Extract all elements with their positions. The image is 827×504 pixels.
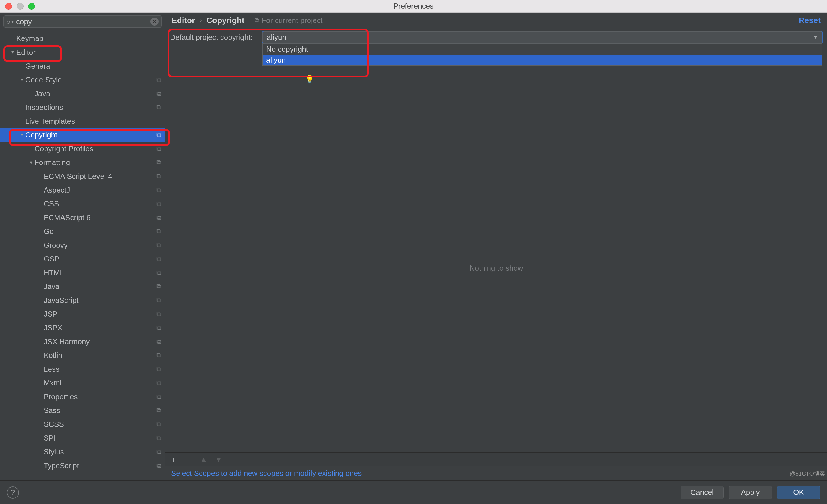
chevron-down-icon: ▼	[813, 35, 818, 41]
lightbulb-icon[interactable]: 💡	[305, 75, 822, 84]
tree-item-code-style[interactable]: Code Style⧉	[0, 73, 165, 87]
tree-item-html[interactable]: HTML⧉	[0, 266, 165, 280]
ok-button[interactable]: OK	[777, 486, 820, 499]
tree-item-groovy[interactable]: Groovy⧉	[0, 238, 165, 252]
tree-item-copyright[interactable]: Copyright⧉	[0, 128, 165, 142]
tree-item-inspections[interactable]: Inspections⧉	[0, 100, 165, 114]
tree-item-spi[interactable]: SPI⧉	[0, 431, 165, 445]
tree-item-label: Less	[44, 365, 156, 374]
tree-item-formatting[interactable]: Formatting⧉	[0, 156, 165, 169]
cancel-button[interactable]: Cancel	[681, 486, 724, 499]
help-button[interactable]: ?	[7, 487, 19, 499]
breadcrumb-separator-icon: ›	[200, 16, 202, 24]
settings-tree[interactable]: KeymapEditor GeneralCode Style⧉ Java⧉ In…	[0, 31, 165, 481]
tree-item-label: Inspections	[25, 103, 156, 112]
tree-item-jsp[interactable]: JSP⧉	[0, 307, 165, 321]
tree-item-jsx-harmony[interactable]: JSX Harmony⧉	[0, 335, 165, 348]
combo-option-aliyun[interactable]: aliyun	[263, 55, 822, 65]
tree-item-label: CSS	[44, 199, 156, 208]
tree-item-editor[interactable]: Editor	[0, 45, 165, 59]
arrow-icon	[28, 159, 35, 166]
combo-dropdown[interactable]: No copyrightaliyun	[262, 43, 822, 66]
tree-item-label: Copyright Profiles	[35, 144, 156, 153]
profile-scope-icon: ⧉	[156, 200, 161, 207]
arrow-icon	[37, 187, 44, 193]
tree-item-javascript[interactable]: JavaScript⧉	[0, 293, 165, 307]
tree-item-jspx[interactable]: JSPX⧉	[0, 321, 165, 335]
profile-scope-icon: ⧉	[156, 462, 161, 469]
arrow-icon	[37, 242, 44, 248]
tree-item-mxml[interactable]: Mxml⧉	[0, 376, 165, 390]
preferences-window: Preferences ⌕ ▾ ✕ KeymapEditor GeneralCo…	[0, 0, 827, 504]
arrow-icon	[18, 104, 25, 110]
profile-scope-icon: ⧉	[156, 283, 161, 290]
tree-item-sass[interactable]: Sass⧉	[0, 404, 165, 417]
breadcrumb-root[interactable]: Editor	[172, 16, 195, 25]
copy-icon: ⧉	[255, 17, 259, 24]
arrow-icon	[37, 297, 44, 303]
titlebar: Preferences	[0, 0, 827, 13]
profile-scope-icon: ⧉	[156, 228, 161, 235]
tree-item-keymap[interactable]: Keymap	[0, 32, 165, 45]
profile-scope-icon: ⧉	[156, 90, 161, 97]
profile-scope-icon: ⧉	[156, 448, 161, 455]
tree-item-stylus[interactable]: Stylus⧉	[0, 445, 165, 459]
tree-item-typescript[interactable]: TypeScript⧉	[0, 459, 165, 472]
tree-item-live-templates[interactable]: Live Templates	[0, 114, 165, 128]
tree-item-label: ECMA Script Level 4	[44, 172, 156, 181]
tree-item-label: ECMAScript 6	[44, 213, 156, 222]
combo-option-no-copyright[interactable]: No copyright	[263, 44, 822, 55]
tree-item-label: SPI	[44, 434, 156, 443]
tree-item-scss[interactable]: SCSS⧉	[0, 417, 165, 431]
tree-item-ecmascript-6[interactable]: ECMAScript 6⧉	[0, 211, 165, 224]
tree-item-label: Formatting	[35, 158, 156, 167]
arrow-icon	[37, 173, 44, 180]
profile-scope-icon: ⧉	[156, 104, 161, 111]
tree-item-label: Go	[44, 227, 156, 236]
arrow-icon	[37, 270, 44, 276]
tree-item-ecma-script-level-4[interactable]: ECMA Script Level 4⧉	[0, 169, 165, 183]
arrow-icon	[37, 380, 44, 386]
reset-button[interactable]: Reset	[799, 16, 821, 25]
tree-item-copyright-profiles[interactable]: Copyright Profiles⧉	[0, 142, 165, 156]
tree-item-less[interactable]: Less⧉	[0, 362, 165, 376]
tree-item-label: SCSS	[44, 420, 156, 429]
arrow-icon	[37, 435, 44, 441]
tree-item-label: Editor	[16, 48, 161, 57]
profile-scope-icon: ⧉	[156, 407, 161, 414]
arrow-icon	[28, 146, 35, 152]
clear-search-icon[interactable]: ✕	[150, 17, 158, 26]
default-copyright-combo[interactable]: aliyun ▼ No copyrightaliyun	[262, 31, 822, 43]
profile-scope-icon: ⧉	[156, 297, 161, 304]
profile-scope-icon: ⧉	[156, 352, 161, 359]
tree-item-kotlin[interactable]: Kotlin⧉	[0, 348, 165, 362]
tree-item-css[interactable]: CSS⧉	[0, 197, 165, 211]
tree-item-properties[interactable]: Properties⧉	[0, 390, 165, 404]
arrow-icon	[37, 339, 44, 345]
profile-scope-icon: ⧉	[156, 379, 161, 387]
combo-box[interactable]: aliyun ▼	[262, 31, 822, 43]
tree-item-go[interactable]: Go⧉	[0, 224, 165, 238]
tree-item-general[interactable]: General	[0, 59, 165, 73]
profile-scope-icon: ⧉	[156, 420, 161, 428]
tree-item-gsp[interactable]: GSP⧉	[0, 252, 165, 266]
search-input[interactable]	[15, 17, 150, 27]
arrow-icon	[37, 215, 44, 221]
search-field[interactable]: ⌕ ▾ ✕	[3, 15, 162, 28]
add-button[interactable]: ＋	[169, 455, 178, 464]
apply-button[interactable]: Apply	[729, 486, 772, 499]
remove-button: －	[184, 455, 193, 464]
hint-link[interactable]: Select Scopes to add new scopes or modif…	[171, 469, 361, 478]
profile-scope-icon: ⧉	[156, 186, 161, 194]
tree-item-java[interactable]: Java⧉	[0, 87, 165, 100]
arrow-icon	[18, 118, 25, 124]
arrow-icon	[37, 463, 44, 469]
tree-item-label: JSP	[44, 310, 156, 318]
tree-item-label: JSPX	[44, 323, 156, 332]
tree-item-java[interactable]: Java⧉	[0, 280, 165, 293]
arrow-icon	[37, 311, 44, 317]
tree-item-label: Java	[35, 89, 156, 98]
chevron-down-icon[interactable]: ▾	[11, 19, 14, 24]
tree-item-aspectj[interactable]: AspectJ⧉	[0, 183, 165, 197]
tree-item-label: TypeScript	[44, 461, 156, 470]
